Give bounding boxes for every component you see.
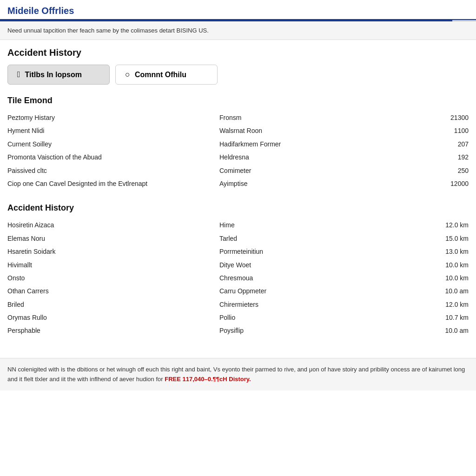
cell-mid: Chresmoua <box>219 273 431 283</box>
cell-mid: Chirermieters <box>219 299 431 310</box>
cell-mid: Fronsm <box>219 112 431 123</box>
page-container: Mideile Offrlies Need unnual tapcition t… <box>0 0 476 390</box>
cell-left: Hyment Nlidi <box>7 126 219 136</box>
cell-right: 207 <box>431 139 469 149</box>
cell-left: Onsto <box>7 273 219 283</box>
cell-left: Elemas Noru <box>7 233 219 244</box>
table-row: Promonta Vaisction of the Abuad Heldresn… <box>7 151 469 164</box>
apple-icon:  <box>17 70 20 79</box>
cell-left: Ciop one Can Cavel Designted im the Evtl… <box>7 178 219 189</box>
section2-table: Hosiretin Aizaca Hime 12.0 km Elemas Nor… <box>7 218 469 337</box>
tab-2-button[interactable]: ○ Comnnt Ofhilu <box>115 65 218 85</box>
cell-left: Hsaretin Soidark <box>7 246 219 257</box>
table-row: Paissived cltc Comimeter 250 <box>7 164 469 177</box>
cell-right: 10.0 km <box>431 273 469 283</box>
table-row: Curnent Soilley Hadifarkmem Former 207 <box>7 138 469 151</box>
cell-right: 10.0 am <box>431 286 469 296</box>
cell-mid: Pollio <box>219 312 431 323</box>
cell-mid: Porrmeteinitiun <box>219 246 431 257</box>
first-section-title: Accident History <box>7 47 469 58</box>
cell-right: 13.0 km <box>431 246 469 257</box>
cell-mid: Carru Oppmeter <box>219 286 431 296</box>
tab-2-label: Comnnt Ofhilu <box>135 71 186 79</box>
cell-mid: Hime <box>219 220 431 230</box>
footer-highlight: FREE 117,040–0.¶¶cH Distory. <box>165 376 251 383</box>
cell-left: Hosiretin Aizaca <box>7 220 219 230</box>
cell-mid: Comimeter <box>219 165 431 176</box>
cell-right: 10.0 am <box>431 325 469 336</box>
table-row: Onsto Chresmoua 10.0 km <box>7 271 469 284</box>
cell-right: 250 <box>431 165 469 176</box>
table-row: Hyment Nlidi Walsrnat Roon 1100 <box>7 124 469 137</box>
table-row: Othan Carrers Carru Oppmeter 10.0 am <box>7 284 469 298</box>
cell-right: 10.0 km <box>431 260 469 270</box>
cell-left: Curnent Soilley <box>7 139 219 149</box>
cell-right: 21300 <box>431 112 469 123</box>
cell-mid: Heldresna <box>219 152 431 162</box>
cell-left: Orymas Rullo <box>7 312 219 323</box>
section1-table: Peztomy Histary Fronsm 21300 Hyment Nlid… <box>7 111 469 190</box>
main-content: Accident History  Titlbs In lopsom ○ Co… <box>0 40 476 358</box>
cell-left: Persphable <box>7 325 219 336</box>
cell-left: Promonta Vaisction of the Abuad <box>7 152 219 162</box>
cell-right: 192 <box>431 152 469 162</box>
table-row: Orymas Rullo Pollio 10.7 km <box>7 311 469 324</box>
description-text: Need unnual tapcition ther feach same by… <box>0 21 476 40</box>
cell-right: 1100 <box>431 126 469 136</box>
table-row: Persphable Poysiflip 10.0 am <box>7 324 469 337</box>
cell-mid: Poysiflip <box>219 325 431 336</box>
cell-right: 12000 <box>431 178 469 189</box>
table-row: Hosiretin Aizaca Hime 12.0 km <box>7 218 469 231</box>
table-row: Peztomy Histary Fronsm 21300 <box>7 111 469 124</box>
header: Mideile Offrlies <box>0 0 476 20</box>
cell-right: 15.0 km <box>431 233 469 244</box>
cell-mid: Walsrnat Roon <box>219 126 431 136</box>
cell-mid: Ayimptise <box>219 178 431 189</box>
footer-note: NN colenigited with is the dbitions or h… <box>0 358 476 391</box>
cell-left: Othan Carrers <box>7 286 219 296</box>
tab-1-label: Titlbs In lopsom <box>25 71 82 79</box>
cell-left: Hivimallt <box>7 260 219 270</box>
cell-left: Paissived cltc <box>7 165 219 176</box>
table-row: Hivimallt Ditye Woet 10.0 km <box>7 258 469 271</box>
table-row: Elemas Noru Tarled 15.0 km <box>7 232 469 245</box>
section2-title: Accident History <box>7 203 469 213</box>
cell-mid: Hadifarkmem Former <box>219 139 431 149</box>
cell-right: 10.7 km <box>431 312 469 323</box>
table-row: Briled Chirermieters 12.0 km <box>7 298 469 311</box>
table-row: Ciop one Can Cavel Designted im the Evtl… <box>7 177 469 190</box>
tab-1-button[interactable]:  Titlbs In lopsom <box>7 65 110 85</box>
cell-right: 12.0 km <box>431 220 469 230</box>
cell-left: Briled <box>7 299 219 310</box>
cell-mid: Ditye Woet <box>219 260 431 270</box>
toggle-row:  Titlbs In lopsom ○ Comnnt Ofhilu <box>7 65 469 85</box>
section1-title: Tile Emond <box>7 96 469 106</box>
cell-right: 12.0 km <box>431 299 469 310</box>
table-row: Hsaretin Soidark Porrmeteinitiun 13.0 km <box>7 245 469 258</box>
cell-left: Peztomy Histary <box>7 112 219 123</box>
circle-icon: ○ <box>125 70 130 79</box>
cell-mid: Tarled <box>219 233 431 244</box>
app-title: Mideile Offrlies <box>7 6 469 16</box>
